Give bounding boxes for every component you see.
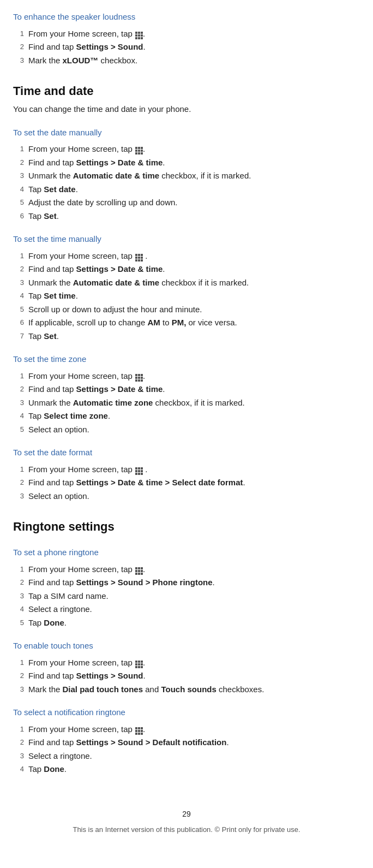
svg-rect-41 [141,470,143,472]
step-number: 2 [13,263,24,275]
enhance-speaker-steps: 1 From your Home screen, tap . 2 Find an… [13,28,360,67]
step-text: Find and tap Settings > Date & time. [28,157,360,169]
step-text: From your Home screen, tap . [28,28,360,40]
step-text: Tap Set. [28,330,360,343]
home-icon [135,466,143,474]
svg-rect-30 [135,377,137,379]
step-number: 1 [13,723,24,735]
step-text: Tap Set time. [28,290,360,302]
step-item: 3 Unmark the Automatic date & time check… [13,170,360,182]
step-number: 4 [13,290,24,301]
step-number: 6 [13,210,24,222]
step-text: Select a ringtone. [28,750,360,763]
step-text: From your Home screen, tap . [28,657,360,669]
step-text: Find and tap Settings > Sound > Phone ri… [28,576,360,589]
svg-rect-51 [135,573,137,575]
step-number: 3 [13,170,24,181]
ringtone-settings-section: Ringtone settings To set a phone rington… [13,518,360,776]
svg-rect-43 [138,473,140,475]
step-number: 5 [13,617,24,628]
svg-rect-14 [141,150,143,152]
step-item: 2 Find and tap Settings > Sound > Phone … [13,576,360,589]
step-item: 2 Find and tap Settings > Date & time. [13,157,360,169]
step-number: 5 [13,304,24,315]
step-text: Find and tap Settings > Sound. [28,670,360,682]
step-text: From your Home screen, tap . [28,143,360,156]
svg-rect-70 [138,733,140,735]
step-item: 3 Unmark the Automatic date & time check… [13,277,360,289]
step-item: 3 Tap a SIM card name. [13,590,360,603]
home-icon [135,31,143,38]
svg-rect-1 [138,32,140,34]
step-number: 4 [13,763,24,775]
step-text: Scroll up or down to adjust the hour and… [28,304,360,316]
set-date-manually-steps: 1 From your Home screen, tap . 2 Find an… [13,143,360,222]
step-text: Find and tap Settings > Sound. [28,41,360,53]
svg-rect-44 [141,473,143,475]
svg-rect-27 [135,374,137,376]
svg-rect-71 [141,733,143,735]
enhance-speaker-section: To enhance the speaker loudness 1 From y… [13,11,360,67]
svg-rect-17 [141,152,143,154]
svg-rect-32 [141,377,143,379]
svg-rect-62 [141,666,143,668]
home-icon [135,253,143,260]
svg-rect-35 [141,379,143,382]
step-number: 1 [13,370,24,382]
svg-rect-60 [135,666,137,668]
svg-rect-40 [138,470,140,472]
step-item: 3 Unmark the Automatic time zone checkbo… [13,397,360,409]
step-item: 1 From your Home screen, tap . [13,723,360,736]
step-item: 5 Scroll up or down to adjust the hour a… [13,304,360,316]
select-notification-ringtone-heading: To select a notification ringtone [13,706,360,719]
step-text: Adjust the date by scrolling up and down… [28,197,360,209]
svg-rect-13 [138,150,140,152]
step-text: Tap Select time zone. [28,410,360,423]
step-number: 4 [13,410,24,421]
svg-rect-29 [141,374,143,376]
svg-rect-66 [135,730,137,732]
step-text: From your Home screen, tap . [28,723,360,736]
svg-rect-46 [138,567,140,569]
step-text: Mark the xLOUD™ checkbox. [28,55,360,67]
svg-rect-37 [138,467,140,469]
svg-rect-59 [141,663,143,665]
svg-rect-69 [135,733,137,735]
step-text: Unmark the Automatic date & time checkbo… [28,277,360,289]
step-text: Tap Set date. [28,183,360,196]
step-item: 4 Tap Done. [13,763,360,776]
svg-rect-53 [141,573,143,575]
step-number: 1 [13,563,24,575]
svg-rect-5 [141,34,143,37]
home-icon [135,659,143,667]
step-number: 3 [13,590,24,602]
step-number: 1 [13,28,24,39]
svg-rect-6 [135,37,137,39]
page-footer: 29 This is an Internet version of this p… [13,808,360,835]
set-time-manually-heading: To set the time manually [13,233,360,246]
step-text: Select an option. [28,424,360,436]
svg-rect-4 [138,34,140,37]
step-text: Tap Set. [28,210,360,223]
svg-rect-26 [141,259,143,261]
step-item: 5 Adjust the date by scrolling up and do… [13,197,360,209]
step-number: 2 [13,736,24,748]
home-icon [135,566,143,574]
svg-rect-47 [141,567,143,569]
step-number: 3 [13,55,24,66]
svg-rect-19 [138,254,140,256]
set-time-zone-steps: 1 From your Home screen, tap . 2 Find an… [13,370,360,436]
home-icon [135,146,143,153]
svg-rect-12 [135,150,137,152]
step-item: 6 If applicable, scroll up to change AM … [13,317,360,329]
enable-touch-tones-steps: 1 From your Home screen, tap . 2 Find an… [13,657,360,696]
step-item: 7 Tap Set. [13,330,360,343]
step-text: Find and tap Settings > Sound > Default … [28,736,360,749]
svg-rect-48 [135,570,137,572]
svg-rect-28 [138,374,140,376]
step-item: 5 Select an option. [13,424,360,436]
step-item: 2 Find and tap Settings > Date & time > … [13,477,360,489]
step-text: Unmark the Automatic date & time checkbo… [28,170,360,182]
legal-text: This is an Internet version of this publ… [13,824,360,835]
step-number: 3 [13,683,24,695]
